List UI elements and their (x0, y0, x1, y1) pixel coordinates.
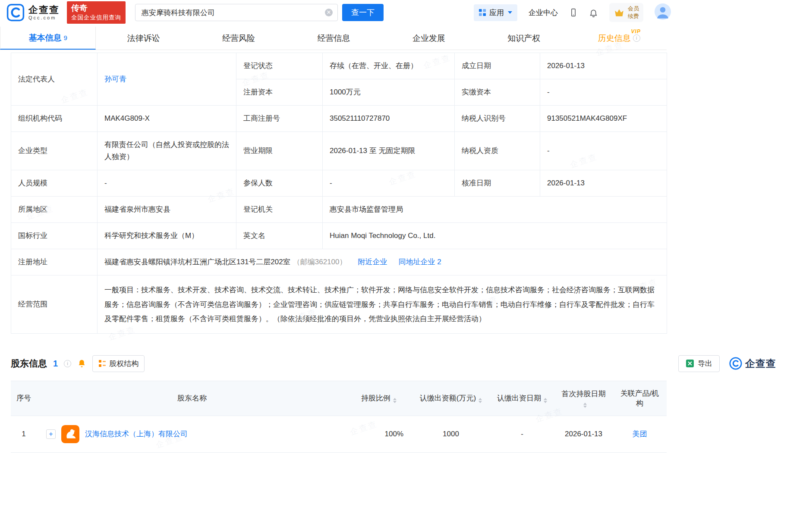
tab-label: 经营信息 (317, 33, 350, 44)
paid-capital-value: - (540, 79, 667, 106)
col-related-product: 关联产品/机构 (613, 381, 667, 416)
reg-authority-value: 惠安县市场监督管理局 (323, 197, 667, 223)
user-avatar[interactable] (655, 3, 671, 22)
qcc-brand-mark: 企查查 (729, 357, 776, 370)
notification-bell-icon[interactable] (589, 8, 598, 17)
legal-rep-link[interactable]: 孙可青 (104, 75, 126, 83)
top-bar: 企查查 Qcc.com 传奇 全国企业信用查询 ✕ 查一下 应用 企业中心 (0, 0, 677, 25)
col-label: 认缴出资额(万元) (420, 394, 476, 402)
shareholder-name-link[interactable]: 汉海信息技术（上海）有限公司 (85, 429, 188, 439)
logo-name: 企查查 (28, 4, 60, 15)
subscribed-date-value: - (490, 416, 554, 452)
col-subscribed-date[interactable]: 认缴出资日期 (490, 381, 554, 416)
qcc-logo[interactable]: 企查查 Qcc.com 传奇 全国企业信用查询 (6, 1, 126, 24)
meituan-icon (61, 425, 79, 443)
mobile-app-icon[interactable] (569, 8, 578, 17)
apps-menu[interactable]: 应用 (474, 4, 517, 21)
company-type-value: 有限责任公司（自然人投资或控股的法人独资） (98, 132, 236, 170)
tab-label: 知识产权 (507, 33, 540, 44)
taxpayer-id-value: 91350521MAK4G809XF (540, 106, 667, 132)
equity-structure-icon (98, 360, 106, 367)
sort-icon[interactable] (544, 398, 547, 403)
col-share-ratio[interactable]: 持股比例 (347, 381, 412, 416)
sort-icon[interactable] (393, 398, 397, 403)
sort-icon[interactable] (478, 398, 482, 403)
same-address-companies-link[interactable]: 同地址企业 2 (398, 258, 441, 266)
shareholder-header: 股东信息 1 i 股权结构 导出 企查查 (11, 355, 776, 372)
row-index: 1 (11, 416, 37, 452)
equity-structure-label: 股权结构 (109, 359, 139, 369)
enterprise-center-link[interactable]: 企业中心 (529, 8, 558, 18)
biz-term-value: 2026-01-13 至 无固定期限 (323, 132, 455, 170)
sort-icon[interactable] (583, 403, 587, 408)
english-name-value: Huian Moqi Technology Co., Ltd. (323, 223, 667, 249)
tab-label: 法律诉讼 (127, 33, 160, 44)
col-label: 认缴出资日期 (497, 394, 541, 402)
subscribe-bell-icon[interactable] (77, 359, 86, 368)
col-label: 股东名称 (177, 394, 207, 402)
tab-operating-info[interactable]: 经营信息 (286, 27, 381, 50)
related-product-link[interactable]: 美团 (633, 430, 647, 438)
table-row: 人员规模 - 参保人数 - 核准日期 2026-01-13 (11, 170, 667, 197)
col-first-holding-date[interactable]: 首次持股日期 (554, 381, 613, 416)
shareholder-section: 股东信息 1 i 股权结构 导出 企查查 (11, 355, 776, 453)
col-label: 序号 (16, 394, 31, 402)
tab-history-info[interactable]: VIP 历史信息 i (572, 27, 667, 50)
insured-num-value: - (323, 170, 455, 197)
detail-tabs: 基本信息 9 法律诉讼 经营风险 经营信息 企业发展 知识产权 VIP 历史信息… (0, 27, 667, 50)
tab-basic-info[interactable]: 基本信息 9 (0, 27, 96, 50)
reg-status-label: 登记状态 (236, 53, 323, 79)
history-info-icon[interactable]: i (633, 34, 640, 42)
shareholder-title: 股东信息 (11, 357, 47, 369)
expand-button[interactable]: + (46, 429, 56, 439)
col-subscribed-amount[interactable]: 认缴出资额(万元) (412, 381, 490, 416)
subscribed-amount-value: 1000 (412, 416, 490, 452)
tab-label: 历史信息 (598, 33, 631, 44)
est-date-value: 2026-01-13 (540, 53, 667, 79)
export-button[interactable]: 导出 (678, 355, 720, 372)
clear-search-icon[interactable]: ✕ (325, 9, 333, 16)
insured-num-label: 参保人数 (236, 170, 323, 197)
qcc-brand-text: 企查查 (745, 357, 776, 370)
staff-size-label: 人员规模 (11, 170, 98, 197)
shareholder-row: 1 + 汉海信息技术（上海）有限公司 100% 1000 - 2026-01-1… (11, 416, 667, 452)
address-label: 注册地址 (11, 249, 98, 275)
export-label: 导出 (698, 359, 712, 369)
logo-slogan-badge: 传奇 全国企业信用查询 (67, 1, 126, 24)
top-right-nav: 应用 企业中心 会员 续费 (474, 3, 671, 22)
table-row: 国标行业 科学研究和技术服务业（M） 英文名 Huian Moqi Techno… (11, 223, 667, 249)
table-row: 企业类型 有限责任公司（自然人投资或控股的法人独资） 营业期限 2026-01-… (11, 132, 667, 170)
tab-operating-risk[interactable]: 经营风险 (191, 27, 286, 50)
est-date-label: 成立日期 (455, 53, 540, 79)
legal-rep-cell: 孙可青 (98, 53, 236, 106)
region-label: 所属地区 (11, 197, 98, 223)
tab-enterprise-development[interactable]: 企业发展 (381, 27, 476, 50)
biz-reg-no-value: 350521110727870 (323, 106, 455, 132)
table-row: 所属地区 福建省泉州市惠安县 登记机关 惠安县市场监督管理局 (11, 197, 667, 223)
shareholder-info-icon[interactable]: i (64, 360, 71, 367)
search-button[interactable]: 查一下 (342, 4, 384, 21)
tab-intellectual-property[interactable]: 知识产权 (476, 27, 571, 50)
vip-badge: VIP (631, 28, 641, 34)
apps-label: 应用 (489, 8, 504, 18)
tab-legal-litigation[interactable]: 法律诉讼 (96, 27, 191, 50)
search-input[interactable] (135, 4, 338, 21)
first-holding-date-value: 2026-01-13 (554, 416, 613, 452)
equity-structure-button[interactable]: 股权结构 (92, 355, 145, 372)
scope-label: 经营范围 (11, 275, 98, 333)
org-code-value: MAK4G809-X (98, 106, 236, 132)
member-line1: 会员 (628, 5, 639, 13)
address-cell: 福建省惠安县螺阳镇洋坑村五洲广场北区131号二层202室（邮编362100）附近… (98, 249, 667, 275)
qcc-brand-icon (729, 357, 742, 370)
shareholder-count: 1 (53, 359, 58, 369)
org-code-label: 组织机构代码 (11, 106, 98, 132)
membership-renewal-button[interactable]: 会员 续费 (609, 3, 643, 22)
shareholder-table-header-row: 序号 股东名称 持股比例 认缴出资额(万元) 认缴出资日期 首次持股日期 关联产… (11, 381, 667, 416)
reg-capital-value: 1000万元 (323, 79, 455, 106)
table-row: 组织机构代码 MAK4G809-X 工商注册号 350521110727870 … (11, 106, 667, 132)
tab-label: 经营风险 (222, 33, 255, 44)
chevron-down-icon (508, 11, 512, 14)
shareholder-name-cell: + 汉海信息技术（上海）有限公司 (37, 416, 347, 452)
approve-date-label: 核准日期 (455, 170, 540, 197)
nearby-companies-link[interactable]: 附近企业 (358, 258, 387, 266)
